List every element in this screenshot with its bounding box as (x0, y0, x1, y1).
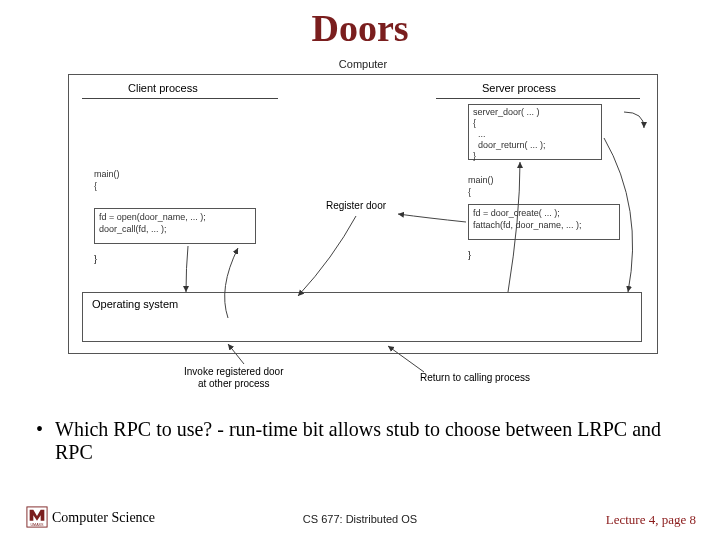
server-code-box: fd = door_create( ... ); fattach(fd, doo… (468, 204, 620, 240)
client-process-label: Client process (128, 82, 198, 94)
server-process-label: Server process (482, 82, 556, 94)
course-label: CS 677: Distributed OS (303, 513, 417, 525)
doors-diagram: Computer Client process main() { fd = op… (68, 58, 658, 398)
svg-text:UMASS: UMASS (30, 523, 44, 527)
bullet-dot-icon: • (36, 418, 43, 464)
server-rule (436, 98, 640, 99)
server-close-brace: } (468, 250, 471, 260)
department-label: Computer Science (52, 510, 155, 526)
slide-footer: UMASS Computer Science CS 677: Distribut… (0, 506, 720, 530)
page-label: Lecture 4, page 8 (606, 512, 696, 528)
computer-label: Computer (339, 58, 387, 70)
bullet-item: • Which RPC to use? - run-time bit allow… (32, 418, 688, 464)
return-label: Return to calling process (420, 372, 530, 383)
operating-system-label: Operating system (92, 298, 178, 310)
server-door-box: server_door( ... ) { ... door_return( ..… (468, 104, 602, 160)
client-close-brace: } (94, 254, 97, 264)
client-main-text: main() { (94, 168, 120, 192)
slide-title: Doors (0, 6, 720, 50)
register-door-label: Register door (326, 200, 386, 211)
client-rule (82, 98, 278, 99)
bullet-text: Which RPC to use? - run-time bit allows … (55, 418, 688, 464)
client-code-box: fd = open(door_name, ... ); door_call(fd… (94, 208, 256, 244)
server-main-text: main() { (468, 174, 494, 198)
invoke-label: Invoke registered door at other process (184, 366, 284, 390)
umass-logo-icon: UMASS (26, 506, 48, 528)
